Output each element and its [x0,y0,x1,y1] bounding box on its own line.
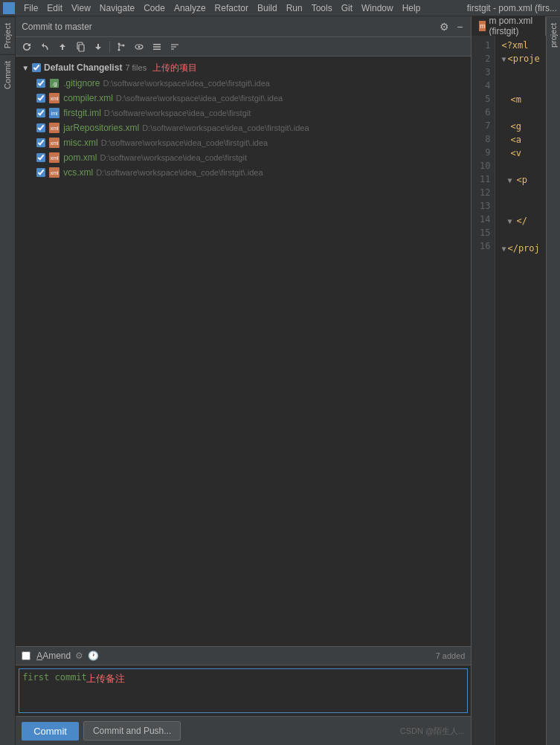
menu-code[interactable]: Code [139,1,170,15]
commit-message-input[interactable]: first commit [19,669,467,706]
code-line-15 [501,228,539,242]
code-line-1: <?xml [501,39,539,52]
filepath-vcs: D:\software\workspace\idea_code\firstgit… [96,168,263,177]
menu-analyze[interactable]: Analyze [170,1,210,15]
svg-rect-0 [4,4,8,7]
svg-rect-13 [153,46,161,48]
commit-and-push-button[interactable]: Commit and Push... [83,721,181,741]
file-icon-iml: iml [48,107,60,119]
code-line-11: ▼<p [501,173,539,187]
menu-git[interactable]: Git [337,1,357,15]
file-checkbox-gitignore[interactable] [36,79,45,88]
changelist-header[interactable]: ▼ Default Changelist 7 files 上传的项目 [16,59,471,76]
filepath-compiler: D:\software\workspace\idea_code\firstgit… [116,94,283,103]
minimize-icon[interactable]: − [454,21,465,33]
file-icon-pom: xml [48,152,60,164]
svg-rect-14 [153,48,161,50]
changelist-name: Default Changelist [44,62,122,73]
action-buttons: Commit Commit and Push... [22,721,181,741]
move-up-button[interactable] [54,39,71,55]
code-line-10 [501,160,539,173]
changelist-annotation: 上传的项目 [152,62,197,74]
settings-small-icon[interactable]: ⚙ [75,651,83,661]
menu-edit[interactable]: Edit [42,1,67,15]
code-line-2: ▼<proje [501,52,539,66]
left-sidebar-tabs: Project Commit [0,16,16,745]
filepath-gitignore: D:\software\workspace\idea_code\firstgit… [103,79,270,88]
file-checkbox-jarrepos[interactable] [36,123,45,132]
list-item[interactable]: xml vcs.xml D:\software\workspace\idea_c… [16,165,471,180]
menu-file[interactable]: File [19,1,42,15]
list-item[interactable]: xml pom.xml D:\software\workspace\idea_c… [16,150,471,165]
undo-button[interactable] [36,39,53,55]
editor-tab-bar: m m pom.xml (firstgit) [472,16,545,36]
settings-icon[interactable]: ⚙ [437,21,451,33]
branch-icon[interactable] [113,39,129,55]
code-line-8: <a [501,133,539,146]
toolbar-separator [109,41,110,53]
menu-help[interactable]: Help [398,1,425,15]
commit-button[interactable]: Commit [22,722,79,741]
app-logo [3,2,15,14]
list-button[interactable] [149,39,165,55]
watermark: CSDN @陌生人... [400,726,466,737]
copy-button[interactable] [72,39,88,55]
list-item[interactable]: xml jarRepositories.xml D:\software\work… [16,120,471,135]
filepath-misc: D:\software\workspace\idea_code\firstgit… [101,138,268,147]
menu-refactor[interactable]: Refactor [210,1,253,15]
amend-checkbox[interactable] [22,651,30,660]
code-line-6 [501,106,539,120]
sidebar-item-project-right[interactable]: project [547,16,560,54]
menu-navigate[interactable]: Navigate [95,1,139,15]
list-item[interactable]: xml misc.xml D:\software\workspace\idea_… [16,135,471,150]
expand-arrow-icon: ▼ [22,64,29,72]
eye-button[interactable] [131,39,147,55]
menu-window[interactable]: Window [357,1,398,15]
code-line-13 [501,201,539,214]
status-bar: AAmend ⚙ 🕐 7 added [16,646,471,665]
sidebar-item-project[interactable]: Project [0,16,15,54]
svg-rect-3 [10,9,13,13]
editor-tab-pom[interactable]: m m pom.xml (firstgit) [472,16,545,36]
menu-build[interactable]: Build [253,1,282,15]
file-checkbox-compiler[interactable] [36,94,45,103]
file-checkbox-vcs[interactable] [36,168,45,177]
menu-bar: File Edit View Navigate Code Analyze Ref… [0,0,560,16]
sidebar-item-commit[interactable]: Commit [0,54,15,95]
filepath-iml: D:\software\workspace\idea_code\firstgit [104,109,251,117]
sort-button[interactable] [167,39,183,55]
file-checkbox-pom[interactable] [36,153,45,162]
code-line-9: <v [501,146,539,160]
file-checkbox-iml[interactable] [36,109,45,117]
code-line-16: ▼</proj [501,242,539,256]
commit-message-box: first commit 上传备注 [19,668,468,713]
panel-header-actions: ⚙ − [437,21,465,33]
move-down-button[interactable] [90,39,106,55]
code-editor[interactable]: <?xml ▼<proje <m <g <a <v ▼<p ▼</ ▼</pro… [495,36,545,745]
menu-run[interactable]: Run [282,1,307,15]
svg-rect-1 [10,4,13,7]
filename-jarrepos: jarRepositories.xml [63,123,139,133]
code-line-5: <m [501,93,539,106]
file-checkbox-misc[interactable] [36,138,45,147]
pom-tab-icon: m [479,21,486,31]
code-line-4 [501,80,539,93]
refresh-button[interactable] [19,39,35,55]
filename-misc: misc.xml [63,138,98,148]
filename-iml: firstgit.iml [63,108,101,118]
list-item[interactable]: .g .gitignore D:\software\workspace\idea… [16,76,471,91]
amend-area: AAmend ⚙ 🕐 [22,651,99,661]
list-item[interactable]: iml firstgit.iml D:\software\workspace\i… [16,106,471,120]
commit-message-area: first commit 上传备注 [16,665,471,716]
list-item[interactable]: xml compiler.xml D:\software\workspace\i… [16,91,471,106]
code-line-12 [501,187,539,201]
window-title: firstgit - pom.xml (firs... [467,3,557,13]
panel-title: Commit to master [22,22,92,32]
file-icon-gitignore: .g [48,77,60,89]
svg-rect-2 [4,9,8,13]
changelist-checkbox[interactable] [32,63,41,72]
menu-tools[interactable]: Tools [307,1,337,15]
menu-view[interactable]: View [67,1,95,15]
filepath-jarrepos: D:\software\workspace\idea_code\firstgit… [142,123,309,132]
clock-icon[interactable]: 🕐 [88,651,99,661]
